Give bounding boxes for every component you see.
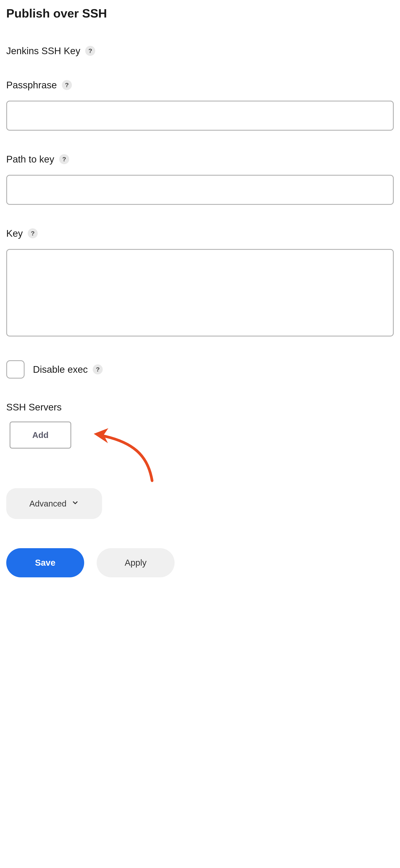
- button-row: Save Apply: [6, 548, 394, 577]
- ssh-servers-label: SSH Servers: [6, 402, 394, 413]
- add-button[interactable]: Add: [9, 422, 71, 448]
- advanced-label: Advanced: [29, 499, 66, 508]
- path-to-key-group: Path to key: [6, 154, 394, 205]
- help-icon[interactable]: [59, 154, 69, 164]
- annotation-arrow-icon: [81, 414, 160, 489]
- passphrase-label: Passphrase: [6, 80, 57, 91]
- key-textarea[interactable]: [6, 249, 394, 337]
- passphrase-group: Passphrase: [6, 80, 394, 131]
- key-group: Key: [6, 228, 394, 337]
- help-icon[interactable]: [93, 364, 103, 374]
- path-to-key-label: Path to key: [6, 154, 54, 165]
- chevron-down-icon: [71, 499, 79, 508]
- save-button[interactable]: Save: [6, 548, 84, 577]
- key-label: Key: [6, 228, 23, 239]
- jenkins-ssh-key-group: Jenkins SSH Key: [6, 45, 394, 57]
- disable-exec-row: Disable exec: [6, 360, 394, 379]
- help-icon[interactable]: [85, 46, 95, 56]
- disable-exec-label: Disable exec: [33, 364, 88, 375]
- help-icon[interactable]: [62, 80, 72, 90]
- disable-exec-checkbox[interactable]: [6, 360, 25, 379]
- help-icon[interactable]: [28, 228, 38, 238]
- advanced-button[interactable]: Advanced: [6, 488, 102, 519]
- passphrase-input[interactable]: [6, 101, 394, 131]
- section-title: Publish over SSH: [6, 6, 394, 20]
- path-to-key-input[interactable]: [6, 175, 394, 205]
- apply-button[interactable]: Apply: [97, 548, 175, 577]
- jenkins-ssh-key-label: Jenkins SSH Key: [6, 45, 80, 57]
